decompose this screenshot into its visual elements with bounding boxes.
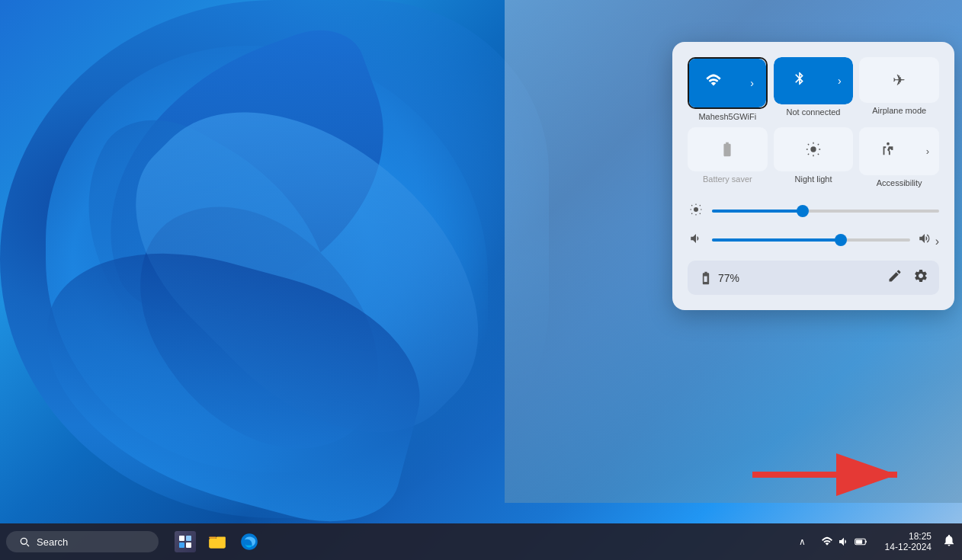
svg-point-1 — [887, 142, 890, 146]
tray-wifi-icon — [821, 536, 833, 548]
battery-percentage: 77% — [718, 272, 739, 284]
search-label: Search — [37, 536, 68, 548]
bluetooth-toggle-group: › — [774, 57, 854, 104]
widget-grid-icon — [179, 536, 191, 548]
svg-point-2 — [694, 207, 698, 212]
taskbar-apps — [171, 527, 264, 556]
wifi-expand-button[interactable]: › — [739, 59, 766, 107]
accessibility-label: Accessibility — [859, 178, 939, 187]
taskbar-notification-bell[interactable] — [942, 533, 956, 550]
taskbar-time: 18:25 — [909, 531, 932, 542]
taskbar-right: ∧ — [796, 530, 956, 554]
settings-button[interactable] — [913, 268, 928, 287]
tray-battery-icon — [855, 536, 868, 547]
bluetooth-label: Not connected — [774, 107, 854, 117]
file-explorer-icon — [207, 531, 228, 552]
night-light-col: Night light — [774, 127, 854, 187]
taskbar: Search — [0, 523, 962, 560]
taskbar-app-widget[interactable] — [171, 527, 200, 556]
night-light-icon — [805, 141, 822, 158]
wifi-toggle-col: › Mahesh5GWiFi — [688, 57, 768, 121]
airplane-label: Airplane mode — [859, 106, 939, 115]
edge-icon — [239, 531, 260, 552]
panel-footer: 77% — [688, 261, 939, 295]
brightness-slider-row — [688, 203, 939, 219]
brightness-slider[interactable] — [712, 210, 939, 213]
svg-rect-7 — [216, 537, 226, 540]
svg-rect-10 — [865, 541, 867, 543]
desktop: › Mahesh5GWiFi › Not connected — [0, 0, 962, 560]
accessibility-expand-button[interactable]: › — [916, 127, 939, 175]
wifi-toggle-group: › — [688, 57, 768, 109]
wifi-icon — [705, 72, 722, 89]
brightness-icon — [688, 203, 704, 219]
battery-saver-col: Battery saver — [688, 127, 768, 187]
night-light-button[interactable] — [774, 127, 854, 171]
battery-saver-icon — [719, 141, 736, 158]
battery-info: 77% — [698, 270, 739, 286]
toggle-row-1: › Mahesh5GWiFi › Not connected — [688, 57, 939, 121]
svg-point-0 — [810, 146, 816, 152]
bluetooth-icon — [792, 71, 807, 86]
accessibility-button[interactable] — [859, 127, 916, 175]
battery-saver-label: Battery saver — [688, 174, 768, 184]
accessibility-icon — [880, 141, 896, 158]
battery-footer-icon — [698, 270, 713, 286]
taskbar-search[interactable]: Search — [6, 531, 159, 552]
taskbar-app-file-explorer[interactable] — [203, 527, 232, 556]
brightness-thumb[interactable] — [797, 205, 809, 217]
airplane-toggle-button[interactable]: ✈ — [859, 57, 939, 103]
taskbar-date: 14-12-2024 — [885, 542, 932, 552]
quick-settings-panel: › Mahesh5GWiFi › Not connected — [672, 42, 954, 310]
brightness-fill — [712, 210, 803, 213]
widget-icon — [175, 531, 196, 552]
taskbar-app-edge[interactable] — [235, 527, 264, 556]
tray-expand-button[interactable]: ∧ — [796, 533, 809, 550]
svg-rect-9 — [855, 539, 861, 543]
bluetooth-toggle-button[interactable] — [774, 57, 826, 104]
volume-slider[interactable] — [712, 238, 910, 242]
footer-actions — [887, 268, 928, 287]
battery-saver-button[interactable] — [688, 127, 768, 171]
wifi-toggle-button[interactable] — [689, 59, 739, 107]
edit-quick-settings-button[interactable] — [887, 268, 903, 287]
accessibility-col: › Accessibility — [859, 127, 939, 187]
toggle-row-2: Battery saver Night light — [688, 127, 939, 187]
airplane-toggle-col: ✈ Airplane mode — [859, 57, 939, 121]
bluetooth-toggle-col: › Not connected — [774, 57, 854, 121]
volume-fill — [712, 238, 841, 242]
wifi-label: Mahesh5GWiFi — [688, 112, 768, 121]
volume-output-expand[interactable]: › — [918, 232, 939, 248]
svg-rect-5 — [209, 537, 216, 539]
taskbar-datetime[interactable]: 18:25 14-12-2024 — [880, 530, 936, 554]
volume-icon — [688, 232, 704, 248]
bluetooth-expand-button[interactable]: › — [826, 57, 853, 104]
accessibility-group: › — [859, 127, 939, 175]
volume-slider-row: › — [688, 232, 939, 248]
search-icon — [18, 536, 30, 548]
tray-volume-icon — [838, 536, 850, 548]
volume-thumb[interactable] — [835, 234, 847, 246]
system-tray-icons[interactable] — [815, 533, 874, 551]
night-light-label: Night light — [774, 174, 854, 184]
